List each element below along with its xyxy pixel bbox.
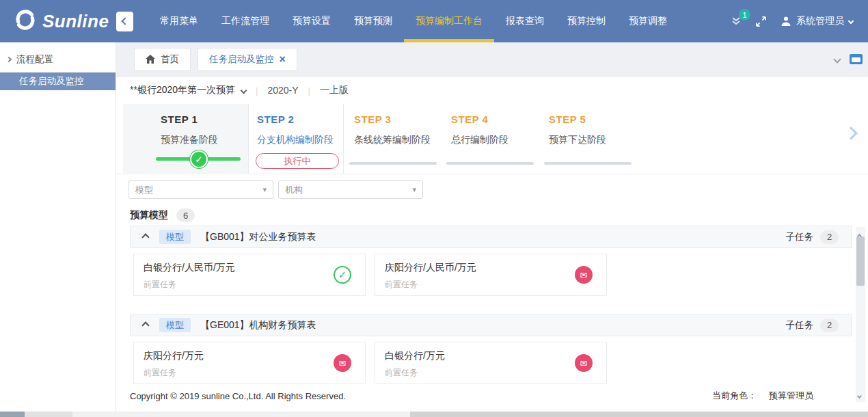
card-row: 白银分行/人民币/万元 前置任务 ✓ 庆阳分行/人民币/万元 前置任务 ✉	[130, 248, 852, 296]
card-title: 庆阳分行/万元	[144, 350, 355, 362]
menu-item-report-query[interactable]: 报表查询	[494, 0, 556, 42]
card-subtitle: 前置任务	[385, 367, 597, 379]
step-4[interactable]: STEP 4 总行编制阶段	[441, 104, 539, 174]
separator: |	[308, 85, 310, 96]
window-layout-icon[interactable]	[850, 54, 863, 64]
step-check-icon: ✓	[190, 150, 208, 168]
fullscreen-button[interactable]	[755, 16, 767, 27]
dropdown-placeholder: 机构	[285, 184, 303, 196]
menu-item-changyong[interactable]: 常用菜单	[148, 0, 210, 42]
menu-item-budget-settings[interactable]: 预算设置	[281, 0, 342, 42]
steps-next-button[interactable]	[846, 129, 856, 141]
tab-bar: 首页 任务启动及监控 ×	[116, 42, 868, 77]
menu-item-workflow[interactable]: 工作流管理	[210, 0, 281, 42]
card-row: 庆阳分行/万元 前置任务 ✉ 白银分行/万元 前置任务 ✉	[130, 336, 852, 384]
step-number: STEP 1	[161, 113, 248, 125]
collapse-chevron-icon[interactable]	[141, 233, 149, 241]
mail-status-icon: ✉	[575, 354, 593, 372]
notification-badge: 1	[739, 9, 750, 21]
app-window: Sunline 常用菜单 工作流管理 预算设置 预算预测 预算编制工作台 报表查…	[0, 0, 868, 417]
card-title: 白银分行/人民币/万元	[144, 262, 355, 274]
step-name: 条线统筹编制阶段	[354, 134, 441, 146]
tab-close-icon[interactable]: ×	[280, 54, 286, 65]
sidebar-item-label: 任务启动及监控	[19, 75, 84, 88]
filter-row: 模型 ▾ 机构 ▾	[116, 174, 868, 205]
budget-selector[interactable]: **银行2020年第一次预算	[130, 84, 246, 96]
model-count-badge: 6	[176, 209, 195, 222]
tab-label: 首页	[161, 53, 179, 66]
step-2[interactable]: STEP 2 分支机构编制阶段 执行中	[248, 104, 344, 174]
task-card[interactable]: 白银分行/万元 前置任务 ✉	[375, 342, 607, 384]
step-status-pill: 执行中	[256, 153, 339, 169]
subtask-count-badge: 2	[820, 319, 839, 332]
sidebar-scroll-thumb[interactable]	[0, 412, 25, 417]
home-icon	[146, 55, 155, 64]
step-1[interactable]: STEP 1 预算准备阶段 ✓	[123, 104, 248, 174]
budget-name: **银行2020年第一次预算	[130, 84, 235, 96]
step-5[interactable]: STEP 5 预算下达阶段	[539, 104, 636, 174]
vertical-scroll-thumb[interactable]	[856, 237, 865, 286]
horizontal-scroll-thumb[interactable]	[410, 412, 868, 417]
current-role-value: 预算管理员	[769, 390, 813, 402]
task-card[interactable]: 白银分行/人民币/万元 前置任务 ✓	[133, 254, 366, 296]
tab-task-monitor[interactable]: 任务启动及监控 ×	[198, 48, 297, 71]
card-title: 白银分行/万元	[385, 350, 597, 362]
group-title: 【GB001】对公业务预算表	[200, 231, 316, 243]
menu-item-budget-workbench[interactable]: 预算编制工作台	[404, 0, 494, 42]
footer: Copyright © 2019 sunline Co.,Ltd. All Ri…	[116, 386, 868, 406]
vertical-scrollbar[interactable]	[856, 227, 865, 402]
user-menu[interactable]: 系统管理员	[781, 15, 853, 27]
context-row: **银行2020年第一次预算 | 2020-Y | 一上版	[116, 77, 868, 104]
group-header[interactable]: 模型 【GE001】机构财务预算表 子任务 2	[130, 314, 852, 336]
org-filter-dropdown[interactable]: 机构 ▾	[278, 180, 423, 199]
sidebar-item-process-config[interactable]: 流程配置	[0, 51, 116, 68]
step-wizard: STEP 1 预算准备阶段 ✓ STEP 2 分支机构编制阶段 执行中 STEP…	[116, 104, 868, 174]
model-tag: 模型	[159, 230, 191, 244]
section-title: 预算模型	[130, 209, 168, 221]
navbar-right-tools: 1 系统管理员	[731, 15, 868, 27]
step-3[interactable]: STEP 3 条线统筹编制阶段	[344, 104, 441, 174]
scroll-down-icon[interactable]	[857, 394, 862, 399]
dropdown-placeholder: 模型	[135, 184, 153, 196]
left-sidebar: 流程配置 任务启动及监控	[0, 42, 116, 412]
collapse-sidebar-button[interactable]	[116, 12, 133, 31]
collapse-chevron-icon[interactable]	[141, 321, 149, 329]
step-progress-pending	[446, 162, 534, 165]
logo-swirl-icon	[14, 8, 37, 34]
chevron-down-icon	[241, 87, 247, 94]
card-title: 庆阳分行/人民币/万元	[385, 262, 597, 274]
step-progress-pending	[349, 162, 437, 165]
model-filter-dropdown[interactable]: 模型 ▾	[128, 180, 273, 199]
task-card[interactable]: 庆阳分行/人民币/万元 前置任务 ✉	[375, 254, 607, 296]
menu-item-budget-adjust[interactable]: 预算调整	[617, 0, 679, 42]
model-section-header: 预算模型 6	[116, 205, 868, 226]
menu-item-budget-forecast[interactable]: 预算预测	[342, 0, 404, 42]
sidebar-item-task-monitor[interactable]: 任务启动及监控	[0, 72, 116, 90]
chevron-right-icon	[6, 57, 12, 62]
separator: |	[256, 85, 258, 96]
tab-label: 任务启动及监控	[209, 53, 274, 66]
user-icon	[781, 16, 791, 27]
success-check-icon: ✓	[334, 266, 351, 284]
tab-list-chevron-icon[interactable]	[833, 55, 841, 63]
card-subtitle: 前置任务	[144, 279, 355, 291]
tab-home[interactable]: 首页	[134, 48, 191, 71]
sunline-logo: Sunline	[0, 8, 116, 34]
logo-text: Sunline	[42, 11, 109, 32]
menu-item-budget-control[interactable]: 预算控制	[556, 0, 617, 42]
mail-status-icon: ✉	[575, 266, 593, 284]
task-card[interactable]: 庆阳分行/万元 前置任务 ✉	[133, 342, 366, 384]
horizontal-scrollbar[interactable]	[0, 412, 868, 417]
step-number: STEP 3	[354, 113, 441, 125]
budget-year: 2020-Y	[267, 85, 298, 96]
step-progress-pending	[544, 162, 632, 165]
card-subtitle: 前置任务	[385, 279, 597, 291]
subtask-label: 子任务	[786, 319, 814, 332]
step-name: 总行编制阶段	[451, 134, 539, 146]
step-name: 分支机构编制阶段	[257, 134, 343, 146]
group-header[interactable]: 模型 【GB001】对公业务预算表 子任务 2	[130, 226, 852, 248]
current-role-label: 当前角色：	[712, 390, 757, 402]
notifications-toggle[interactable]: 1	[731, 16, 742, 26]
model-tag: 模型	[159, 318, 191, 332]
group-title: 【GE001】机构财务预算表	[200, 319, 316, 332]
